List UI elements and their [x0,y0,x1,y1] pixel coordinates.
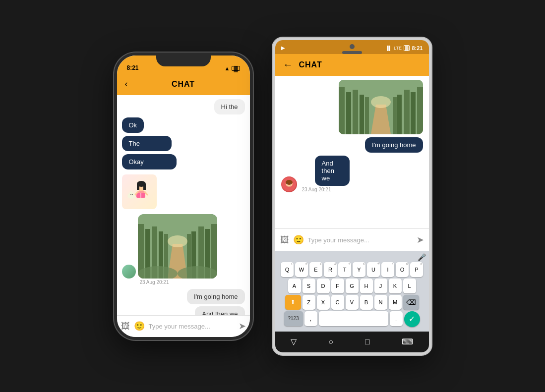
key-n[interactable]: N [374,295,387,310]
svg-point-26 [168,235,187,247]
android-back-button[interactable]: ← [283,59,293,70]
svg-point-44 [286,180,293,185]
svg-rect-35 [365,97,369,134]
svg-rect-33 [353,90,358,134]
key-i[interactable]: 8I [381,262,394,277]
key-h[interactable]: H [360,279,373,293]
msg-okay: Okay [122,154,177,169]
keyboard-row-4: ?123 , . ✓ [276,311,428,327]
msg-hi-the: Hi the [214,99,245,114]
key-a[interactable]: A [288,279,301,293]
sticker-image [122,174,157,209]
android-signal-icon: ▐▌ [385,46,392,51]
mic-row: 🎤 [276,253,428,261]
key-y[interactable]: 6Y [353,262,365,277]
key-z[interactable]: Z [303,295,315,310]
ios-chat-body: Hi the Ok The Okay [117,95,250,315]
ios-input-field[interactable]: Type your message... [149,323,235,330]
ios-image-icon[interactable]: 🖼 [121,321,130,332]
android-time: 8:21 [412,45,423,51]
key-k[interactable]: K [389,279,402,293]
key-u[interactable]: 7U [367,262,380,277]
key-d[interactable]: D [317,279,330,293]
android-and-then: And then we [315,156,350,186]
key-s[interactable]: S [303,279,315,293]
android-chat-body: I'm going home And then we 23 Aug 20:21 [275,76,429,228]
ios-status-icons: ▲ ▓ [225,65,240,71]
svg-point-3 [130,194,131,195]
svg-rect-39 [397,95,402,134]
svg-rect-8 [143,184,146,190]
sender-avatar [122,265,136,279]
android-data-icon: LTE [394,46,402,51]
key-r[interactable]: 4R [324,262,337,277]
svg-rect-31 [339,87,345,134]
nav-back-button[interactable]: ▽ [291,337,297,346]
key-v[interactable]: V [346,295,359,310]
key-e[interactable]: 3E [309,262,322,277]
android-emoji-icon[interactable]: 🙂 [293,234,304,245]
nav-keyboard-button[interactable]: ⌨ [402,337,413,346]
svg-point-45 [287,183,288,184]
key-period[interactable]: . [390,311,403,326]
android-timestamp: 23 Aug 20:21 [302,187,350,192]
nav-recents-button[interactable]: □ [365,337,370,346]
ios-notch [156,56,211,66]
android-and-then-row: And then we 23 Aug 20:21 [281,156,423,192]
key-j[interactable]: J [374,279,387,293]
ios-emoji-icon[interactable]: 🙂 [134,321,145,332]
keyboard-row-3: ⬆ Z X C V B N M ⌫ [276,295,428,310]
android-send-button[interactable]: ➤ [417,234,424,245]
android-input-field[interactable]: Type your message... [308,236,413,244]
keyboard-row-1: 1Q 2W 3E 4R 5T 6Y 7U 8I 9O 0P [276,262,428,277]
ios-back-button[interactable]: ‹ [125,79,128,89]
android-camera [350,44,355,49]
svg-rect-36 [417,87,423,134]
key-f[interactable]: F [331,279,344,293]
ios-input-bar: 🖼 🙂 Type your message... ➤ [117,315,250,337]
android-app-icon: ▶ [281,45,285,51]
svg-point-4 [132,194,133,195]
android-phone: ▶ ▐▌ LTE ▓ 8:21 ← CHAT [273,38,431,355]
key-c[interactable]: C [331,295,344,310]
svg-point-41 [371,96,391,108]
key-l[interactable]: L [403,279,416,293]
key-q[interactable]: 1Q [281,262,294,277]
keyboard-row-2: A S D F G H J K L [276,279,428,293]
android-header: ← CHAT [275,54,429,76]
key-x[interactable]: X [317,295,330,310]
msg-the: The [122,136,172,151]
key-b[interactable]: B [360,295,373,310]
android-chat-title: CHAT [299,60,322,69]
key-o[interactable]: 9O [396,262,409,277]
svg-rect-37 [411,92,416,134]
ios-chat-title: CHAT [172,80,195,89]
key-backspace[interactable]: ⌫ [403,295,419,310]
key-g[interactable]: G [346,279,359,293]
sticker-area [122,174,245,209]
battery-icon: ▓ [232,66,240,71]
ios-timestamp: 23 Aug 20:21 [140,280,245,285]
key-enter[interactable]: ✓ [404,311,420,327]
key-shift[interactable]: ⬆ [285,295,301,310]
nav-home-button[interactable]: ○ [328,337,333,346]
wifi-icon: ▲ [225,65,230,71]
android-nav-bar: ▽ ○ □ ⌨ [275,332,429,352]
key-special[interactable]: ?123 [284,311,303,326]
mic-icon[interactable]: 🎤 [418,253,426,261]
key-comma[interactable]: , [304,311,317,326]
key-t[interactable]: 5T [338,262,351,277]
key-w[interactable]: 2W [295,262,308,277]
android-avatar [281,176,297,192]
android-input-bar: 🖼 🙂 Type your message... ➤ [275,228,429,251]
android-forest-image [339,80,423,134]
key-m[interactable]: M [389,295,402,310]
svg-point-46 [290,183,291,184]
key-space[interactable] [319,311,388,326]
android-image-icon[interactable]: 🖼 [280,235,289,245]
msg-ok: Ok [122,117,144,133]
android-speaker [342,51,362,54]
ios-header: ‹ CHAT [117,73,250,95]
ios-send-button[interactable]: ➤ [239,321,246,332]
key-p[interactable]: 0P [410,262,423,277]
